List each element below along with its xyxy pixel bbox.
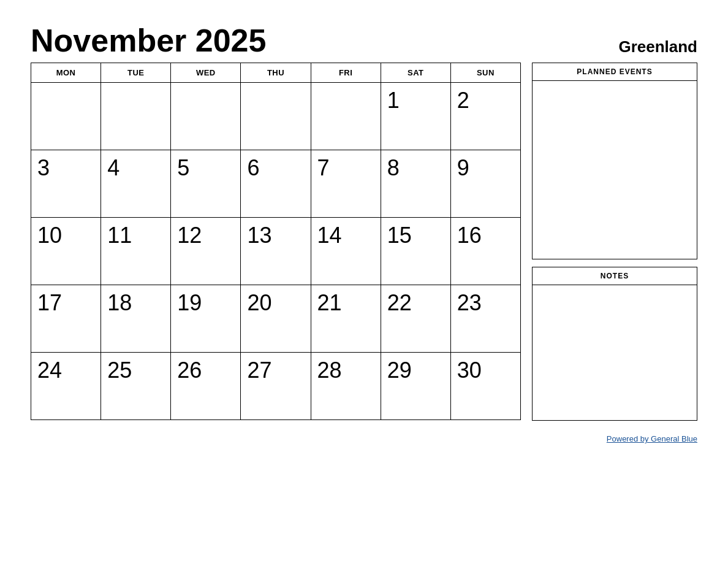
calendar-day-18: 18 — [101, 285, 171, 353]
day-number: 24 — [37, 358, 62, 383]
empty-cell — [241, 83, 311, 150]
empty-cell — [31, 83, 101, 150]
country-title: Greenland — [618, 37, 697, 56]
day-number: 21 — [317, 290, 342, 315]
powered-by-link[interactable]: Powered by General Blue — [607, 434, 697, 443]
notes-box: NOTES — [532, 267, 697, 421]
calendar-day-5: 5 — [171, 150, 241, 218]
day-header-thu: THU — [241, 63, 311, 83]
calendar-day-12: 12 — [171, 218, 241, 285]
day-number: 15 — [387, 223, 412, 248]
day-number: 20 — [247, 290, 271, 315]
calendar-day-14: 14 — [311, 218, 381, 285]
day-number: 28 — [317, 358, 342, 383]
day-number: 4 — [107, 155, 119, 180]
empty-cell — [101, 83, 171, 150]
day-number: 9 — [457, 155, 469, 180]
calendar-day-13: 13 — [241, 218, 311, 285]
day-number: 11 — [107, 223, 132, 248]
calendar-day-4: 4 — [101, 150, 171, 218]
main-content: MONTUEWEDTHUFRISATSUN 123456789101112131… — [31, 63, 697, 443]
planned-events-header: PLANNED EVENTS — [533, 63, 697, 81]
calendar-table: MONTUEWEDTHUFRISATSUN 123456789101112131… — [31, 63, 521, 420]
calendar-day-2: 2 — [450, 83, 520, 150]
day-number: 30 — [457, 358, 482, 383]
day-number: 10 — [37, 223, 62, 248]
day-number: 19 — [177, 290, 202, 315]
calendar-day-25: 25 — [101, 353, 171, 420]
notes-header: NOTES — [533, 267, 697, 285]
calendar-day-9: 9 — [450, 150, 520, 218]
empty-cell — [171, 83, 241, 150]
day-number: 1 — [387, 88, 400, 113]
calendar-week-2: 3456789 — [31, 150, 521, 218]
empty-cell — [311, 83, 381, 150]
day-header-sun: SUN — [450, 63, 520, 83]
calendar-day-20: 20 — [241, 285, 311, 353]
day-number: 3 — [37, 155, 50, 180]
day-header-wed: WED — [171, 63, 241, 83]
month-title: November 2025 — [31, 25, 266, 56]
day-number: 17 — [37, 290, 62, 315]
calendar-day-27: 27 — [241, 353, 311, 420]
day-number: 12 — [177, 223, 202, 248]
calendar-day-23: 23 — [450, 285, 520, 353]
calendar-day-30: 30 — [450, 353, 520, 420]
day-number: 2 — [457, 88, 469, 113]
day-number: 26 — [177, 358, 202, 383]
calendar-day-29: 29 — [381, 353, 450, 420]
calendar-day-16: 16 — [450, 218, 520, 285]
day-header-tue: TUE — [101, 63, 171, 83]
day-number: 13 — [247, 223, 271, 248]
page-header: November 2025 Greenland — [31, 25, 697, 56]
day-number: 25 — [107, 358, 132, 383]
day-number: 29 — [387, 358, 412, 383]
day-number: 27 — [247, 358, 271, 383]
sidebar: PLANNED EVENTS NOTES Powered by General … — [532, 63, 697, 443]
day-header-fri: FRI — [311, 63, 381, 83]
day-number: 6 — [247, 155, 259, 180]
calendar-week-1: 12 — [31, 83, 521, 150]
calendar-day-24: 24 — [31, 353, 101, 420]
notes-body — [533, 285, 697, 420]
day-number: 7 — [317, 155, 330, 180]
calendar-day-17: 17 — [31, 285, 101, 353]
calendar-week-3: 10111213141516 — [31, 218, 521, 285]
calendar-week-5: 24252627282930 — [31, 353, 521, 420]
day-header-mon: MON — [31, 63, 101, 83]
day-header-sat: SAT — [381, 63, 450, 83]
day-number: 5 — [177, 155, 189, 180]
day-number: 8 — [387, 155, 400, 180]
calendar-day-10: 10 — [31, 218, 101, 285]
planned-events-box: PLANNED EVENTS — [532, 63, 697, 259]
calendar-day-1: 1 — [381, 83, 450, 150]
calendar-day-28: 28 — [311, 353, 381, 420]
calendar-day-8: 8 — [381, 150, 450, 218]
calendar-day-22: 22 — [381, 285, 450, 353]
calendar-day-26: 26 — [171, 353, 241, 420]
calendar-day-15: 15 — [381, 218, 450, 285]
calendar-day-11: 11 — [101, 218, 171, 285]
planned-events-body — [533, 81, 697, 259]
day-number: 18 — [107, 290, 132, 315]
calendar-section: MONTUEWEDTHUFRISATSUN 123456789101112131… — [31, 63, 521, 420]
calendar-week-4: 17181920212223 — [31, 285, 521, 353]
calendar-day-6: 6 — [241, 150, 311, 218]
day-number: 16 — [457, 223, 482, 248]
day-number: 23 — [457, 290, 482, 315]
calendar-header-row: MONTUEWEDTHUFRISATSUN — [31, 63, 521, 83]
calendar-day-19: 19 — [171, 285, 241, 353]
day-number: 14 — [317, 223, 342, 248]
day-number: 22 — [387, 290, 412, 315]
calendar-day-3: 3 — [31, 150, 101, 218]
calendar-day-7: 7 — [311, 150, 381, 218]
calendar-day-21: 21 — [311, 285, 381, 353]
powered-by: Powered by General Blue — [532, 434, 697, 443]
